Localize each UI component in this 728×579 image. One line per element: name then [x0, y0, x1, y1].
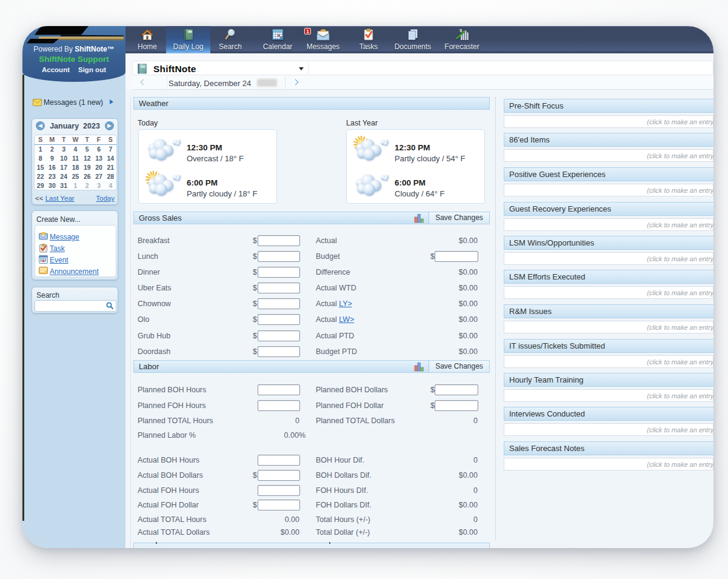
svg-text:$: $ — [459, 28, 463, 33]
